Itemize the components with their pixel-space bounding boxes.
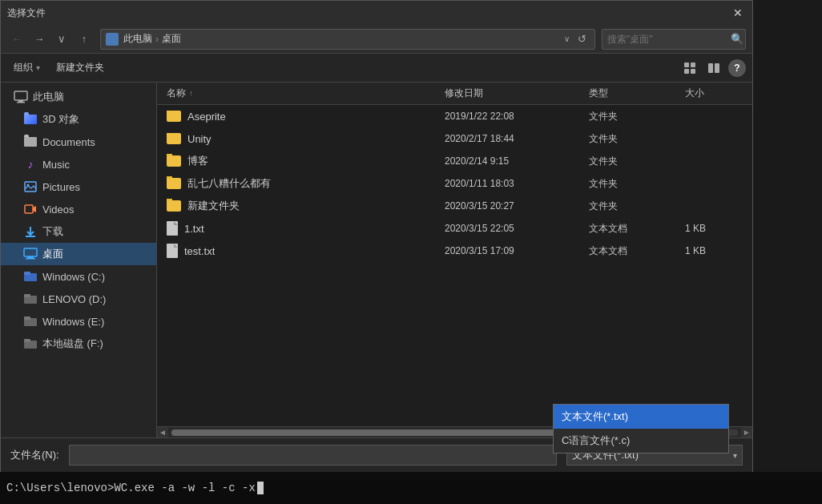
- table-row[interactable]: test.txt 2020/3/15 17:09 文本文档 1 KB: [157, 240, 752, 262]
- breadcrumb-desktop: 桌面: [162, 32, 181, 46]
- view-buttons: [679, 57, 725, 79]
- file-name-text: 博客: [187, 154, 208, 168]
- terminal: C:\Users\lenovo>WC.exe -a -w -l -c -x: [0, 472, 822, 504]
- terminal-cursor: [257, 482, 264, 494]
- sidebar-label-computer: 此电脑: [33, 90, 64, 104]
- file-name-text: 1.txt: [184, 223, 204, 235]
- sidebar-item-drive-c[interactable]: Windows (C:): [1, 265, 156, 288]
- file-list: Aseprite 2019/1/22 22:08 文件夹 Unity 2020/…: [157, 105, 752, 426]
- file-name-text: 乱七八糟什么都有: [187, 176, 271, 191]
- sidebar-label-videos: Videos: [42, 204, 75, 216]
- file-date-cell: 2020/3/15 17:09: [441, 245, 586, 256]
- sidebar-item-download[interactable]: 下载: [1, 220, 156, 243]
- new-folder-button[interactable]: 新建文件夹: [50, 58, 111, 78]
- folder-icon: [167, 200, 181, 212]
- pictures-icon: [23, 179, 38, 194]
- sidebar-item-desktop[interactable]: 桌面: [1, 243, 156, 265]
- file-date-cell: 2019/1/22 22:08: [441, 111, 586, 122]
- search-bar[interactable]: 🔍: [602, 29, 746, 50]
- download-icon: [23, 224, 38, 239]
- sidebar-item-videos[interactable]: Videos: [1, 198, 156, 220]
- svg-rect-17: [26, 258, 35, 260]
- sidebar-item-drive-e[interactable]: Windows (E:): [1, 310, 156, 333]
- dropdown-option-c[interactable]: C语言文件(*.c): [554, 429, 728, 453]
- sort-arrow: ↑: [189, 89, 193, 98]
- sidebar-label-3d: 3D 对象: [42, 112, 79, 127]
- organize-arrow: ▾: [36, 63, 40, 72]
- folder-icon: [167, 133, 181, 144]
- forward-button[interactable]: →: [30, 30, 49, 49]
- drive-f-icon: [23, 337, 38, 351]
- music-icon: ♪: [23, 157, 38, 171]
- col-type[interactable]: 类型: [586, 87, 682, 100]
- svg-rect-3: [691, 69, 695, 74]
- videos-icon: [23, 202, 38, 216]
- col-date-label: 修改日期: [445, 87, 483, 100]
- svg-rect-15: [24, 248, 37, 256]
- file-name-cell: Unity: [163, 133, 441, 145]
- file-list-header: 名称 ↑ 修改日期 类型 大小: [157, 83, 752, 105]
- file-date-cell: 2020/3/15 20:27: [441, 200, 586, 212]
- file-date-cell: 2020/2/17 18:44: [441, 133, 586, 144]
- sidebar-label-drive-e: Windows (E:): [42, 316, 104, 328]
- hscroll-left-arrow[interactable]: ◄: [157, 427, 168, 438]
- file-size-cell: 1 KB: [682, 245, 746, 256]
- file-size-cell: 1 KB: [682, 223, 746, 234]
- table-row[interactable]: Unity 2020/2/17 18:44 文件夹: [157, 127, 752, 150]
- pane-button[interactable]: [703, 57, 725, 79]
- view-toggle-button[interactable]: [679, 57, 701, 79]
- file-name-text: test.txt: [184, 245, 215, 257]
- file-dialog: 选择文件 ✕ ← → ∨ ↑ 此电脑 › 桌面 ∨ ↺ 🔍 组织 ▾: [0, 0, 753, 473]
- file-type-cell: 文件夹: [586, 200, 682, 213]
- resize-grip[interactable]: ⋱: [741, 427, 752, 438]
- sidebar-label-music: Music: [42, 159, 70, 171]
- sidebar-item-computer[interactable]: 此电脑: [1, 86, 156, 108]
- sidebar-label-download: 下载: [42, 224, 63, 239]
- svg-rect-7: [18, 100, 23, 102]
- table-row[interactable]: 新建文件夹 2020/3/15 20:27 文件夹: [157, 195, 752, 217]
- svg-rect-4: [708, 63, 713, 73]
- file-name-cell: 博客: [163, 154, 441, 168]
- sidebar-item-music[interactable]: ♪ Music: [1, 153, 156, 175]
- file-name-text: Aseprite: [187, 111, 226, 123]
- sidebar-label-drive-c: Windows (C:): [42, 271, 105, 283]
- address-bar[interactable]: 此电脑 › 桌面 ∨ ↺: [100, 29, 595, 50]
- table-row[interactable]: 博客 2020/2/14 9:15 文件夹: [157, 150, 752, 172]
- sidebar: 此电脑 3D 对象 Documents: [1, 83, 157, 437]
- sidebar-item-3d[interactable]: 3D 对象: [1, 108, 156, 131]
- doc-icon: [167, 221, 178, 236]
- dropdown-option-txt[interactable]: 文本文件(*.txt): [554, 405, 728, 429]
- close-button[interactable]: ✕: [730, 5, 746, 21]
- main-content: 此电脑 3D 对象 Documents: [1, 83, 752, 437]
- table-row[interactable]: 乱七八糟什么都有 2020/1/11 18:03 文件夹: [157, 172, 752, 195]
- up-button[interactable]: ↑: [75, 30, 94, 49]
- sidebar-item-pictures[interactable]: Pictures: [1, 175, 156, 198]
- address-dropdown-arrow[interactable]: ∨: [564, 34, 570, 43]
- filename-input[interactable]: [69, 445, 557, 466]
- sidebar-item-documents[interactable]: Documents: [1, 131, 156, 153]
- folder-documents-icon: [23, 135, 38, 149]
- file-name-text: Unity: [187, 133, 212, 145]
- refresh-button[interactable]: ↺: [574, 33, 590, 45]
- sidebar-item-drive-d[interactable]: LENOVO (D:): [1, 288, 156, 310]
- terminal-text: C:\Users\lenovo>WC.exe -a -w -l -c -x: [6, 482, 256, 494]
- filetype-dropdown-popup: 文本文件(*.txt) C语言文件(*.c): [553, 404, 729, 454]
- table-row[interactable]: 1.txt 2020/3/15 22:05 文本文档 1 KB: [157, 217, 752, 240]
- search-icon: 🔍: [731, 33, 743, 45]
- folder-icon: [167, 178, 181, 189]
- svg-rect-5: [715, 63, 719, 73]
- search-input[interactable]: [607, 34, 727, 45]
- filetype-dropdown-arrow: ▾: [733, 451, 737, 460]
- back-button[interactable]: ←: [7, 30, 26, 49]
- help-button[interactable]: ?: [728, 59, 746, 77]
- organize-button[interactable]: 组织 ▾: [7, 58, 46, 78]
- col-name[interactable]: 名称 ↑: [163, 87, 441, 100]
- sidebar-label-drive-f: 本地磁盘 (F:): [42, 337, 103, 351]
- file-name-text: 新建文件夹: [187, 199, 240, 213]
- col-size[interactable]: 大小: [682, 87, 746, 100]
- col-date[interactable]: 修改日期: [441, 87, 586, 100]
- sidebar-item-drive-f[interactable]: 本地磁盘 (F:): [1, 333, 156, 355]
- table-row[interactable]: Aseprite 2019/1/22 22:08 文件夹: [157, 105, 752, 127]
- dropdown-nav-button[interactable]: ∨: [52, 30, 71, 49]
- organize-label: 组织: [14, 61, 33, 75]
